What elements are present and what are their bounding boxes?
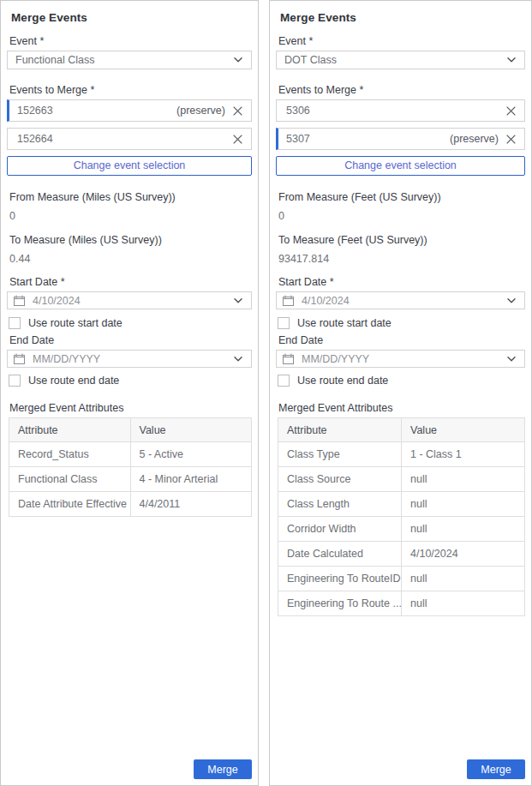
column-header-value: Value bbox=[130, 418, 252, 442]
checkbox-label: Use route end date bbox=[297, 375, 388, 387]
checkbox-label: Use route start date bbox=[28, 317, 123, 329]
table-cell: null bbox=[402, 492, 525, 517]
table-cell: 1 - Class 1 bbox=[402, 442, 525, 467]
panel-title: Merge Events bbox=[11, 11, 252, 24]
checkbox-box[interactable] bbox=[278, 375, 290, 387]
panel-title: Merge Events bbox=[280, 11, 525, 24]
event-select[interactable]: DOT Class bbox=[276, 51, 525, 69]
table-row: Class Sourcenull bbox=[278, 467, 525, 492]
checkbox-box[interactable] bbox=[9, 317, 21, 329]
to-measure-label: To Measure (Feet (US Survey)) bbox=[278, 234, 525, 246]
calendar-icon bbox=[283, 295, 294, 306]
table-row: Engineering To RouteIDnull bbox=[278, 567, 525, 591]
start-date-picker[interactable]: 4/10/2024 bbox=[7, 291, 252, 309]
checkbox-box[interactable] bbox=[278, 317, 290, 329]
merge-events-panel-right: Merge Events Event * DOT Class Events to… bbox=[269, 0, 532, 786]
end-date-placeholder: MM/DD/YYYY bbox=[302, 353, 369, 365]
start-date-label: Start Date * bbox=[278, 276, 525, 288]
change-event-selection-button[interactable]: Change event selection bbox=[276, 156, 525, 176]
use-route-start-date-checkbox[interactable]: Use route start date bbox=[278, 317, 525, 329]
chevron-down-icon bbox=[507, 57, 516, 63]
table-row: Functional Class4 - Minor Arterial bbox=[9, 467, 252, 492]
table-cell: 4 - Minor Arterial bbox=[130, 467, 252, 492]
events-to-merge-label: Events to Merge * bbox=[278, 84, 525, 96]
calendar-icon bbox=[283, 353, 294, 364]
event-select-value: DOT Class bbox=[284, 54, 337, 66]
table-row: Class Type1 - Class 1 bbox=[278, 442, 525, 467]
event-to-merge-item: 152664 bbox=[7, 128, 252, 150]
column-header-value: Value bbox=[402, 418, 525, 442]
table-header-row: Attribute Value bbox=[278, 418, 525, 442]
table-row: Date Attribute Effective4/4/2011 bbox=[9, 492, 252, 517]
start-date-label: Start Date * bbox=[9, 276, 252, 288]
column-header-attribute: Attribute bbox=[278, 418, 402, 442]
merged-attributes-table: Attribute Value Record_Status5 - ActiveF… bbox=[9, 417, 252, 517]
from-measure-value: 0 bbox=[9, 210, 252, 222]
table-cell: Class Length bbox=[278, 492, 402, 517]
table-row: Engineering To Route ...null bbox=[278, 591, 525, 616]
table-cell: null bbox=[402, 517, 525, 542]
merge-button[interactable]: Merge bbox=[467, 759, 525, 779]
event-chip-actions: (preserve) bbox=[176, 105, 242, 117]
merged-attributes-label: Merged Event Attributes bbox=[9, 402, 252, 414]
event-select-value: Functional Class bbox=[15, 54, 94, 66]
to-measure-value: 93417.814 bbox=[278, 253, 525, 265]
table-cell: Class Type bbox=[278, 442, 402, 467]
remove-event-button[interactable] bbox=[506, 135, 516, 144]
table-row: Class Lengthnull bbox=[278, 492, 525, 517]
chevron-down-icon bbox=[507, 357, 516, 362]
event-chip-actions: (preserve) bbox=[450, 133, 516, 145]
end-date-placeholder: MM/DD/YYYY bbox=[33, 353, 100, 365]
preserve-badge: (preserve) bbox=[450, 133, 499, 145]
checkbox-label: Use route start date bbox=[297, 317, 392, 329]
table-cell: Class Source bbox=[278, 467, 402, 492]
table-cell: 4/10/2024 bbox=[402, 542, 525, 567]
to-measure-value: 0.44 bbox=[9, 253, 252, 265]
checkbox-box[interactable] bbox=[9, 375, 21, 387]
calendar-icon bbox=[14, 295, 25, 306]
merge-events-panel-left: Merge Events Event * Functional Class Ev… bbox=[0, 0, 259, 786]
table-cell: null bbox=[402, 467, 525, 492]
table-cell: Engineering To RouteID bbox=[278, 567, 402, 591]
remove-event-button[interactable] bbox=[233, 135, 242, 144]
change-event-selection-button[interactable]: Change event selection bbox=[7, 156, 252, 176]
use-route-end-date-checkbox[interactable]: Use route end date bbox=[9, 375, 252, 387]
event-id: 5307 bbox=[286, 133, 310, 145]
from-measure-label: From Measure (Feet (US Survey)) bbox=[278, 191, 525, 203]
event-label: Event * bbox=[278, 35, 525, 47]
merge-button[interactable]: Merge bbox=[194, 759, 252, 779]
table-cell: 4/4/2011 bbox=[130, 492, 252, 517]
chevron-down-icon bbox=[234, 57, 242, 63]
merge-events-workspace: Merge Events Event * Functional Class Ev… bbox=[0, 0, 532, 786]
chevron-down-icon bbox=[507, 298, 516, 303]
table-cell: Date Attribute Effective bbox=[9, 492, 131, 517]
remove-event-button[interactable] bbox=[506, 106, 516, 116]
chevron-down-icon bbox=[234, 298, 242, 303]
event-chip-actions bbox=[499, 106, 516, 116]
event-label: Event * bbox=[9, 35, 252, 47]
chevron-down-icon bbox=[234, 357, 242, 362]
table-cell: null bbox=[402, 591, 525, 616]
end-date-picker[interactable]: MM/DD/YYYY bbox=[276, 350, 525, 368]
preserve-badge: (preserve) bbox=[176, 105, 225, 117]
table-cell: Date Calculated bbox=[278, 542, 402, 567]
end-date-label: End Date bbox=[9, 334, 252, 346]
end-date-label: End Date bbox=[278, 334, 525, 346]
event-id: 152664 bbox=[17, 133, 53, 145]
events-to-merge-label: Events to Merge * bbox=[9, 84, 252, 96]
merged-attributes-table: Attribute Value Class Type1 - Class 1Cla… bbox=[278, 417, 525, 616]
table-cell: Functional Class bbox=[9, 467, 131, 492]
remove-event-button[interactable] bbox=[233, 106, 242, 116]
table-row: Date Calculated4/10/2024 bbox=[278, 542, 525, 567]
event-select[interactable]: Functional Class bbox=[7, 51, 252, 69]
start-date-picker[interactable]: 4/10/2024 bbox=[276, 291, 525, 309]
event-id: 152663 bbox=[17, 105, 53, 117]
event-to-merge-item: 5307 (preserve) bbox=[276, 128, 525, 150]
event-to-merge-item: 152663 (preserve) bbox=[7, 99, 252, 122]
event-chip-actions bbox=[225, 135, 242, 144]
end-date-picker[interactable]: MM/DD/YYYY bbox=[7, 350, 252, 368]
use-route-end-date-checkbox[interactable]: Use route end date bbox=[278, 375, 525, 387]
checkbox-label: Use route end date bbox=[28, 375, 119, 387]
column-header-attribute: Attribute bbox=[9, 418, 131, 442]
use-route-start-date-checkbox[interactable]: Use route start date bbox=[9, 317, 252, 329]
